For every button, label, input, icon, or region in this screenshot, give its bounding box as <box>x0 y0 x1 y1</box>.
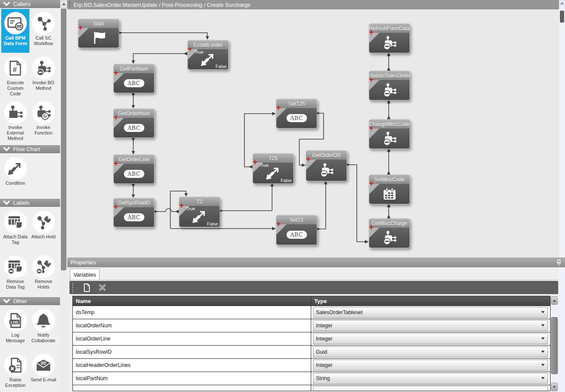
section-header-flow-chart[interactable]: Flow Chart <box>0 145 60 153</box>
variable-type-dropdown[interactable] <box>313 386 548 391</box>
sidebar-scroll-up-button[interactable] <box>60 0 67 8</box>
canvas-scrollbar[interactable] <box>559 0 565 258</box>
node-getorderline[interactable]: GetOrderLine + ABC <box>113 155 155 184</box>
canvas-scrollbar-thumb[interactable] <box>560 11 564 23</box>
node-getmisccharge[interactable]: GetMiscCharge + <box>369 218 410 248</box>
tab-variables[interactable]: Variables <box>70 269 100 280</box>
panel-right-gutter <box>559 267 565 392</box>
canvas-header: Erp.BO.SalesOrder.MasterUpdate / Post-Pr… <box>67 0 559 9</box>
table-row[interactable]: dsTemp SalesOrderTableset <box>72 306 551 319</box>
table-row-partial[interactable] <box>72 385 551 391</box>
add-connection-icon[interactable]: + <box>114 160 118 167</box>
splitter-grip-icon[interactable] <box>69 1 70 8</box>
node-changemisccode[interactable]: ChangeMiscCode + <box>369 119 410 149</box>
properties-panel: Variables Name Type dsTemp SalesOrderTab… <box>67 267 565 392</box>
variable-type-dropdown[interactable]: SalesOrderTableset <box>313 307 548 318</box>
node-getorderds[interactable]: GetOrderDS + <box>306 150 347 181</box>
pin-icon[interactable] <box>556 259 562 267</box>
variable-type-dropdown[interactable]: Integer <box>313 360 548 371</box>
table-row[interactable]: localPartNum String <box>72 372 551 385</box>
variable-type-dropdown[interactable]: Integer <box>313 333 548 344</box>
tool-log-message[interactable]: LOG Log Message <box>1 306 29 350</box>
variable-name-cell[interactable]: localHeaderOrderLines <box>73 359 311 372</box>
node-t25[interactable]: T25 + True False <box>252 153 294 184</box>
add-connection-icon[interactable]: + <box>114 203 118 211</box>
add-connection-icon[interactable]: + <box>188 45 192 53</box>
tool-condition[interactable]: Condition <box>1 154 29 198</box>
tool-label: Invoke Function <box>30 125 57 136</box>
tool-invoke-bo-method[interactable]: Invoke BO Method <box>29 54 57 97</box>
tool-label: Remove Data Tag <box>2 279 29 290</box>
table-row[interactable]: localSysRowID Guid <box>72 346 551 359</box>
chevron-down-icon <box>541 364 545 366</box>
table-row[interactable]: localOrderNum Integer <box>72 319 551 332</box>
add-connection-icon[interactable]: + <box>369 223 374 231</box>
node-sett25[interactable]: SetT25 + ABC <box>276 99 317 129</box>
tool-notify-collaborate[interactable]: Notify Collaborate <box>29 306 57 350</box>
triangle-up-icon <box>62 3 66 5</box>
tool-call-bpm-data-form[interactable]: Call BPM Data Form <box>1 9 29 53</box>
delete-variable-button[interactable] <box>99 284 106 291</box>
table-scroll-up-button[interactable] <box>551 296 558 305</box>
false-branch-label: False <box>281 178 292 183</box>
tool-attach-data-tag[interactable]: Attach Data Tag <box>1 208 29 252</box>
add-connection-icon[interactable]: + <box>369 29 374 36</box>
add-connection-icon[interactable]: + <box>369 76 374 83</box>
node-updatesalesorder[interactable]: UpdateSalesOrder + <box>369 71 410 100</box>
toolbar-grip-icon[interactable] <box>72 283 73 292</box>
variable-name-cell[interactable]: localPartNum <box>73 372 311 385</box>
node-title: GetPartNum <box>114 64 154 73</box>
add-connection-icon[interactable]: + <box>78 24 83 31</box>
node-getordernum[interactable]: GetOrderNum + ABC <box>113 109 155 138</box>
tool-remove-holds[interactable]: Remove Holds <box>29 252 57 296</box>
tool-send-email[interactable]: Send E-mail <box>29 351 57 392</box>
table-scrollbar[interactable] <box>551 296 558 392</box>
variable-name-cell[interactable]: localOrderLine <box>73 332 311 345</box>
node-t2[interactable]: T2 + True False <box>179 197 220 227</box>
variable-name-cell[interactable]: localSysRowID <box>73 346 311 358</box>
add-connection-icon[interactable]: + <box>253 158 258 166</box>
table-row[interactable]: localOrderLine Integer <box>72 332 551 346</box>
add-connection-icon[interactable]: + <box>276 220 281 228</box>
tool-call-sc-workflow[interactable]: Call SC Workflow <box>29 9 57 53</box>
node-ecolab-order[interactable]: Ecolab order + True False <box>187 40 229 70</box>
node-setmisccode[interactable]: SetMiscCode + <box>369 175 410 204</box>
section-header-labels[interactable]: Labels <box>0 199 60 207</box>
variable-type-dropdown[interactable]: Integer <box>313 320 548 331</box>
add-connection-icon[interactable]: + <box>114 69 118 77</box>
table-scrollbar-thumb[interactable] <box>551 317 558 374</box>
svg-text:LOG: LOG <box>11 320 19 324</box>
add-connection-icon[interactable]: + <box>179 202 184 209</box>
add-connection-icon[interactable]: + <box>306 155 311 163</box>
tool-label: Send E-mail <box>31 377 56 383</box>
add-connection-icon[interactable]: + <box>369 124 374 132</box>
add-connection-icon[interactable]: + <box>369 180 374 187</box>
node-start[interactable]: Start + <box>78 19 119 48</box>
add-connection-icon[interactable]: + <box>114 114 118 121</box>
table-scroll-down-button[interactable] <box>551 383 558 391</box>
section-header-callers[interactable]: Callers <box>0 0 60 8</box>
node-sett2[interactable]: SetT2 + ABC <box>276 215 317 245</box>
canvas-scroll-up-button[interactable] <box>559 0 565 6</box>
sidebar-scrollbar-thumb[interactable] <box>61 9 66 270</box>
tool-attach-hold[interactable]: Attach Hold <box>29 208 57 252</box>
variable-type-dropdown[interactable]: Guid <box>313 346 548 358</box>
tool-remove-data-tag[interactable]: Remove Data Tag <box>1 252 29 296</box>
table-row[interactable]: localHeaderOrderLines Integer <box>72 359 551 372</box>
node-refreshformdata[interactable]: RefreshFormData + <box>369 23 410 53</box>
new-variable-button[interactable] <box>83 283 90 292</box>
variable-name-cell[interactable]: dsTemp <box>73 306 311 319</box>
flowchart-canvas[interactable]: Start + Ecolab order + True False <box>67 0 559 258</box>
node-getsysrowid[interactable]: GetSysRowID + ABC <box>113 198 155 227</box>
true-branch-label: True <box>260 163 269 168</box>
tool-execute-custom-code[interactable]: # Execute Custom Code <box>1 54 29 97</box>
tool-invoke-function[interactable]: fx Invoke Function <box>29 98 57 142</box>
variable-name-cell[interactable]: localOrderNum <box>73 319 311 332</box>
sidebar-scrollbar[interactable] <box>60 0 67 392</box>
node-getpartnum[interactable]: GetPartNum + ABC <box>113 64 155 93</box>
variable-type-dropdown[interactable]: String <box>313 373 548 384</box>
section-header-other[interactable]: Other <box>0 297 60 305</box>
tool-invoke-external-method[interactable]: Invoke External Method <box>1 98 29 142</box>
tool-raise-exception[interactable]: Raise Exception <box>1 351 29 392</box>
add-connection-icon[interactable]: + <box>276 104 281 112</box>
